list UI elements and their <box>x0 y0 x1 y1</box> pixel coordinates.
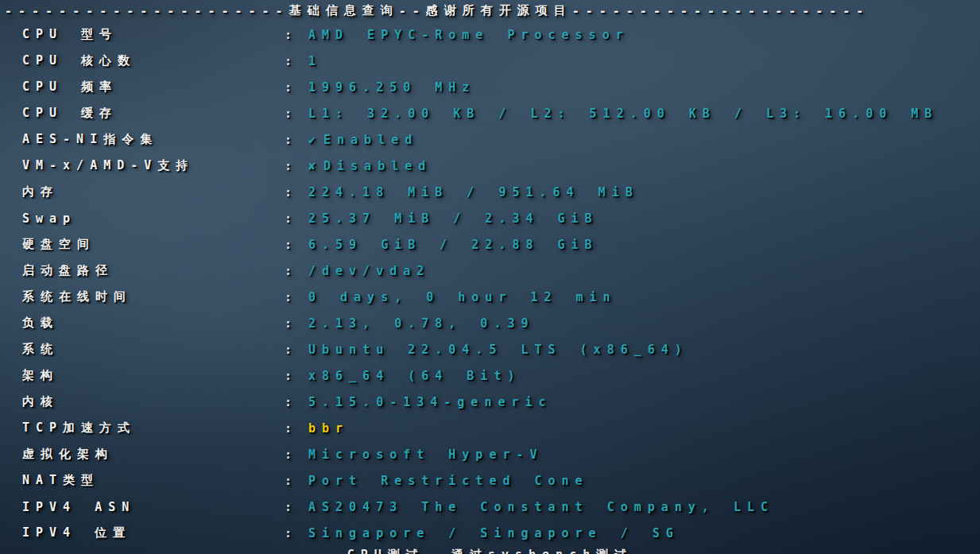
info-row-os: 系统 : Ubuntu 22.04.5 LTS (x86_64) <box>0 336 980 362</box>
row-label: 系统 <box>22 342 285 357</box>
colon-separator: : <box>285 28 308 42</box>
colon-separator: : <box>285 395 308 409</box>
info-row-nat-type: NAT类型 : Port Restricted Cone <box>0 467 980 494</box>
check-icon: ✔ <box>308 133 322 147</box>
colon-separator: : <box>285 264 308 278</box>
info-row-arch: 架构 : x86_64 (64 Bit) <box>0 362 980 389</box>
row-label: IPV4 位置 <box>22 525 285 540</box>
info-row-kernel: 内核 : 5.15.0-134-generic <box>0 389 980 415</box>
row-value: ✘Disabled <box>308 159 432 173</box>
row-value: 2.13, 0.78, 0.39 <box>308 316 535 331</box>
colon-separator: : <box>285 211 308 226</box>
status-text: Enabled <box>323 133 418 147</box>
colon-separator: : <box>285 447 308 462</box>
info-row-uptime: 系统在线时间 : 0 days, 0 hour 12 min <box>0 284 980 310</box>
info-row-aes-ni: AES-NI指令集 : ✔Enabled <box>0 126 980 153</box>
info-row-cpu-model: CPU 型号 : AMD EPYC-Rome Processor <box>0 21 980 48</box>
header-dashes-right: ---------------------- <box>572 4 870 18</box>
colon-separator: : <box>285 238 308 252</box>
info-row-ipv4-location: IPV4 位置 : Singapore / Singapore / SG <box>0 520 980 546</box>
info-row-disk: 硬盘空间 : 6.59 GiB / 22.88 GiB <box>0 231 980 258</box>
row-label: 启动盘路径 <box>22 263 285 278</box>
section-header-cpu-test-partial: CPU测试--通过sysbench测试 <box>0 548 980 554</box>
info-row-virt-platform: 虚拟化架构 : Microsoft Hyper-V <box>0 441 980 467</box>
row-label: NAT类型 <box>22 473 285 488</box>
row-label: AES-NI指令集 <box>22 132 285 147</box>
info-row-memory: 内存 : 224.18 MiB / 951.64 MiB <box>0 179 980 205</box>
row-label: 负载 <box>22 316 285 331</box>
header-dashes-left: --------------------- <box>5 4 289 18</box>
status-text: Disabled <box>323 159 432 173</box>
colon-separator: : <box>285 185 308 200</box>
colon-separator: : <box>285 316 308 331</box>
row-label: 内核 <box>22 394 285 409</box>
colon-separator: : <box>285 369 308 383</box>
colon-separator: : <box>285 133 308 147</box>
row-value: x86_64 (64 Bit) <box>308 369 521 383</box>
row-label: Swap <box>22 211 285 226</box>
info-row-boot-path: 启动盘路径 : /dev/vda2 <box>0 258 980 284</box>
row-label: CPU 核心数 <box>22 53 285 68</box>
header-dashes-mid: -- <box>399 4 426 18</box>
colon-separator: : <box>285 107 308 121</box>
colon-separator: : <box>285 80 308 95</box>
row-value: 25.37 MiB / 2.34 GiB <box>308 211 598 226</box>
colon-separator: : <box>285 159 308 173</box>
colon-separator: : <box>285 474 308 488</box>
row-label: 虚拟化架构 <box>22 447 285 462</box>
colon-separator: : <box>285 500 308 514</box>
cross-icon: ✘ <box>308 159 322 173</box>
row-value: AS20473 The Constant Company, LLC <box>308 500 774 514</box>
row-value: 5.15.0-134-generic <box>308 395 552 409</box>
colon-separator: : <box>285 421 308 436</box>
row-value: 1996.250 MHz <box>308 80 475 95</box>
row-value: bbr <box>308 421 349 436</box>
row-value: ✔Enabled <box>308 133 418 147</box>
row-value: Singapore / Singapore / SG <box>308 526 680 540</box>
section-header-basic-info: --------------------- 基础信息查询 -- 感谢所有开源项目… <box>0 0 980 21</box>
row-label: CPU 缓存 <box>22 106 285 121</box>
info-row-swap: Swap : 25.37 MiB / 2.34 GiB <box>0 205 980 231</box>
row-label: CPU 型号 <box>22 27 285 42</box>
info-row-ipv4-asn: IPV4 ASN : AS20473 The Constant Company,… <box>0 494 980 520</box>
colon-separator: : <box>285 343 308 357</box>
row-value: Port Restricted Cone <box>308 474 589 488</box>
row-value: 6.59 GiB / 22.88 GiB <box>308 238 598 252</box>
row-value: /dev/vda2 <box>308 264 430 278</box>
info-rows: CPU 型号 : AMD EPYC-Rome Processor CPU 核心数… <box>0 21 980 546</box>
info-row-cpu-cache: CPU 缓存 : L1: 32.00 KB / L2: 512.00 KB / … <box>0 100 980 126</box>
colon-separator: : <box>285 526 308 540</box>
row-value: L1: 32.00 KB / L2: 512.00 KB / L3: 16.00… <box>308 107 938 121</box>
row-label: CPU 频率 <box>22 79 285 95</box>
info-row-tcp-cc: TCP加速方式 : bbr <box>0 415 980 441</box>
row-label: VM-x/AMD-V支持 <box>22 158 285 173</box>
row-value: Microsoft Hyper-V <box>308 447 544 462</box>
colon-separator: : <box>285 290 308 304</box>
info-row-load: 负载 : 2.13, 0.78, 0.39 <box>0 310 980 336</box>
row-label: 架构 <box>22 368 285 383</box>
row-value: 0 days, 0 hour 12 min <box>308 290 617 304</box>
info-row-virtualization-support: VM-x/AMD-V支持 : ✘Disabled <box>0 153 980 179</box>
row-value: 224.18 MiB / 951.64 MiB <box>308 185 639 200</box>
colon-separator: : <box>285 54 308 68</box>
row-label: 系统在线时间 <box>22 289 285 304</box>
terminal-screen[interactable]: --------------------- 基础信息查询 -- 感谢所有开源项目… <box>0 0 980 554</box>
info-row-cpu-freq: CPU 频率 : 1996.250 MHz <box>0 74 980 100</box>
row-label: 硬盘空间 <box>22 237 285 252</box>
header-title-right: 感谢所有开源项目 <box>426 3 572 18</box>
row-label: TCP加速方式 <box>22 420 285 436</box>
info-row-cpu-cores: CPU 核心数 : 1 <box>0 48 980 74</box>
row-value: 1 <box>308 54 322 68</box>
header-title-left: 基础信息查询 <box>289 3 399 18</box>
row-label: IPV4 ASN <box>22 500 285 514</box>
row-label: 内存 <box>22 184 285 200</box>
row-value: Ubuntu 22.04.5 LTS (x86_64) <box>308 343 688 357</box>
row-value: AMD EPYC-Rome Processor <box>308 28 629 42</box>
